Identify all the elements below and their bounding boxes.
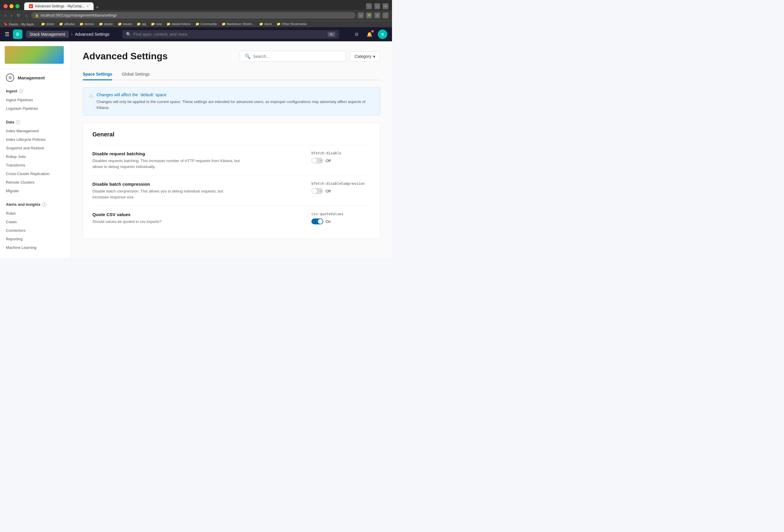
sidebar-item-snapshot-restore[interactable]: Snapshot and Restore [0,144,71,152]
sidebar-item-index-lifecycle-policies[interactable]: Index Lifecycle Policies [0,135,71,144]
hamburger-menu[interactable]: ☰ [5,31,9,37]
setting-control-disable-request-batching: bfetch:disable ✕ Off [311,151,370,164]
management-icon: ⚙ [6,74,14,82]
sidebar-item-cases[interactable]: Cases [0,218,71,226]
browser-close[interactable]: ✕ [383,3,389,9]
browser-maximize[interactable]: □ [374,3,380,9]
share-icon[interactable]: 🔔 [365,30,374,39]
address-bar[interactable]: 🔒 localhost:5601/app/management/kibana/s… [31,12,356,19]
data-info-icon[interactable]: i [16,120,20,124]
sidebar-item-connectors[interactable]: Connectors [0,226,71,235]
sidebar-item-migrate[interactable]: Migrate [0,187,71,195]
bookmark-alibaba[interactable]: 📁 alibaba [59,22,75,26]
bookmark-other[interactable]: 📁 Other Bookmarks [277,22,307,26]
ingest-section-header: Ingest i [0,86,71,96]
breadcrumb-stack-management[interactable]: Stack Management [26,31,69,38]
setting-name-quote-csv-values: Quote CSV values [92,212,240,217]
toggle-knob-3 [318,219,323,224]
bookmark-apj[interactable]: 📁 apj [137,22,146,26]
toggle-knob [312,158,317,163]
app-header: ☰ D Stack Management › Advanced Settings… [0,27,392,41]
setting-info-disable-request-batching: Disable request batching Disables reques… [92,151,240,169]
sidebar-item-ingest-pipelines[interactable]: Ingest Pipelines [0,96,71,104]
tab-space-settings[interactable]: Space Settings [83,69,112,80]
alert-content: Changes will affect the `default` space … [96,92,374,110]
kibana-app: ☰ D Stack Management › Advanced Settings… [0,27,392,258]
sidebar-item-transforms[interactable]: Transforms [0,161,71,169]
settings-tabs: Space Settings Global Settings [83,69,380,80]
setting-info-disable-batch-compression: Disable batch compression Disable batch … [92,181,240,200]
page-title: Advanced Settings [83,51,168,62]
browser-minimize[interactable]: – [366,3,372,9]
bookmark-stock[interactable]: 📁 stock [259,22,272,26]
setting-key-csv-quote-values: csv:quoteValues [311,212,343,216]
menu-button[interactable]: ⋮ [383,12,389,18]
toggle-row-quote-csv-values: On [311,219,331,224]
general-section-title: General [92,131,370,138]
search-icon: 🔍 [126,32,131,37]
data-section-header: Data i [0,117,71,127]
search-shortcut: ⌘/ [328,32,335,37]
close-button[interactable] [3,4,8,8]
content-header: Advanced Settings 🔍 Category ▾ [83,51,380,62]
bookmark-elastic2[interactable]: 📁 elastic [99,22,113,26]
setting-disable-request-batching: Disable request batching Disables reques… [92,145,370,175]
profile-button[interactable]: X [374,12,380,18]
category-dropdown[interactable]: Category ▾ [349,51,380,61]
bookmark-markdown[interactable]: 📁 Markdown Shortc... [222,22,255,26]
sidebar-item-machine-learning[interactable]: Machine Learning [0,243,71,252]
alert-text: Changes will only be applied to the curr… [96,99,374,110]
sidebar-item-cross-cluster-replication[interactable]: Cross-Cluster Replication [0,169,71,178]
breadcrumb-separator: › [71,32,73,37]
maximize-button[interactable] [16,4,20,8]
refresh-button[interactable]: ↻ [16,12,22,19]
toggle-x-icon: ✕ [320,159,322,162]
toggle-disable-batch-compression[interactable]: ✕ [311,188,323,194]
active-tab[interactable]: E Advanced Settings - MyComp... ✕ [24,2,93,10]
bookmark-issues[interactable]: 📁 issues [118,22,132,26]
space-avatar[interactable]: D [13,30,22,39]
alerts-info-icon[interactable]: i [42,202,46,207]
back-button[interactable]: ‹ [3,12,7,19]
sidebar-item-rollup-jobs[interactable]: Rollup Jobs [0,152,71,161]
tab-close-button[interactable]: ✕ [86,5,89,8]
settings-search-input[interactable] [253,54,341,59]
sidebar-item-remote-clusters[interactable]: Remote Clusters [0,178,71,187]
bookmark-button[interactable]: ☆ [358,12,364,18]
forward-button[interactable]: › [10,12,13,19]
alerts-label: Alerts and Insights [6,202,40,207]
sidebar-item-rules[interactable]: Rules [0,209,71,218]
tab-title: Advanced Settings - MyComp... [35,4,85,8]
extensions-button[interactable]: 🧩 [366,12,372,18]
new-tab-button[interactable]: + [96,5,99,10]
user-avatar[interactable]: X [378,30,387,39]
home-button[interactable]: ⌂ [24,12,29,19]
sidebar-item-index-management[interactable]: Index Management [0,127,71,135]
bookmark-elastic[interactable]: 🔖 Elastic - My Appli... [3,22,36,26]
setting-desc-quote-csv-values: Should values be quoted in csv exports? [92,219,240,225]
bookmark-elasticvideos[interactable]: 📁 elasticVideos [167,22,191,26]
browser-window-actions: – □ ✕ [366,3,389,9]
sidebar-item-reporting[interactable]: Reporting [0,235,71,243]
setting-control-disable-batch-compression: bfetch:disableCompression ✕ Off [311,181,370,194]
setting-desc-disable-batch-compression: Disable batch compression. This allows y… [92,188,240,200]
setting-desc-disable-request-batching: Disables requests batching. This increas… [92,158,240,169]
notification-badge [371,30,374,32]
bookmark-xinxin[interactable]: 📁 xinxin [41,22,54,26]
tab-global-settings[interactable]: Global Settings [121,69,150,80]
toggle-quote-csv-values[interactable] [311,219,323,224]
minimize-button[interactable] [9,4,13,8]
sidebar-item-logstash-pipelines[interactable]: Logstash Pipelines [0,104,71,113]
toggle-disable-request-batching[interactable]: ✕ [311,158,323,164]
settings-icon[interactable]: ⚙ [352,30,361,39]
toggle-row-disable-batch-compression: ✕ Off [311,188,331,194]
bookmark-demos[interactable]: 📁 demos [79,22,94,26]
ingest-info-icon[interactable]: i [19,89,23,93]
global-search-box[interactable]: 🔍 Find apps, content, and more. ⌘/ [122,30,339,39]
bookmark-community[interactable]: 📁 Community [195,22,217,26]
toggle-x-icon-2: ✕ [320,190,322,193]
settings-search-box[interactable]: 🔍 [240,51,346,62]
main-layout: ⚙ Management Ingest i Ingest Pipelines L… [0,41,392,258]
bookmark-new[interactable]: 📁 new [151,22,162,26]
setting-name-disable-batch-compression: Disable batch compression [92,181,240,187]
